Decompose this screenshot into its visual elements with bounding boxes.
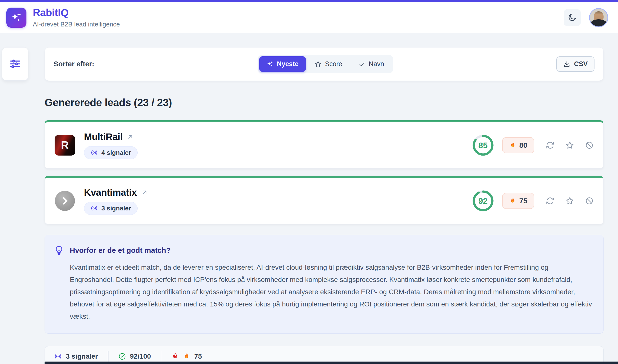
ban-icon <box>585 141 593 149</box>
sort-option-label: Score <box>325 60 342 68</box>
external-link-icon <box>127 133 134 141</box>
score-ring: 92 <box>472 190 494 212</box>
fire-icon <box>509 197 516 205</box>
star-icon <box>566 141 574 149</box>
brand-text: RabitIQ AI-drevet B2B lead intelligence <box>33 7 120 28</box>
sort-segmented-control: Nyeste Score Navn <box>258 55 393 73</box>
sort-option-navn[interactable]: Navn <box>351 56 391 72</box>
footer-score-stat: 92/100 <box>118 352 151 360</box>
company-name: Kvantimatix <box>84 187 137 198</box>
company-link[interactable]: MultiRail <box>84 131 138 142</box>
favorite-button[interactable] <box>564 195 575 207</box>
page-body: Sorter efter: Nyeste Scor <box>0 33 618 364</box>
logo-letter: R <box>61 139 69 151</box>
favorite-button[interactable] <box>564 140 575 151</box>
sliders-icon <box>8 57 22 71</box>
ban-icon <box>585 197 593 205</box>
score-value: 92 <box>472 190 494 212</box>
user-avatar[interactable] <box>589 8 608 27</box>
company-link[interactable]: Kvantimatix <box>84 187 148 198</box>
sort-option-nyeste[interactable]: Nyeste <box>259 56 306 72</box>
company-logo <box>55 191 75 211</box>
lightbulb-icon <box>54 245 64 323</box>
leads-heading: Genererede leads (23 / 23) <box>45 96 604 108</box>
footer-score-value: 92/100 <box>130 352 151 360</box>
footer-signals-value: 3 signaler <box>66 352 98 360</box>
block-button[interactable] <box>584 195 595 207</box>
fire-icon <box>509 142 516 149</box>
check-circle-icon <box>118 352 126 360</box>
csv-label: CSV <box>574 60 588 68</box>
sort-toolbar: Sorter efter: Nyeste Scor <box>45 47 604 81</box>
match-body-text: Kvantimatix er et ideelt match, da de le… <box>70 261 593 323</box>
heat-value: 75 <box>519 197 528 205</box>
app-title: RabitIQ <box>33 7 120 19</box>
company-name: MultiRail <box>84 131 123 142</box>
sort-label: Sorter efter: <box>54 60 94 68</box>
star-icon <box>566 197 574 205</box>
signals-label: 3 signaler <box>101 205 131 212</box>
external-link-icon <box>141 189 148 196</box>
block-button[interactable] <box>584 140 595 151</box>
sort-option-label: Nyeste <box>277 60 299 68</box>
sparkles-icon <box>267 61 273 68</box>
score-value: 85 <box>472 134 494 156</box>
signals-badge: 3 signaler <box>84 202 138 215</box>
theme-toggle-button[interactable] <box>564 9 581 26</box>
refresh-icon <box>546 197 554 205</box>
brand: RabitIQ AI-drevet B2B lead intelligence <box>6 7 120 28</box>
bottom-panel-edge <box>45 362 618 364</box>
heat-badge: 80 <box>502 137 534 153</box>
csv-export-button[interactable]: CSV <box>556 56 594 72</box>
moon-icon <box>567 13 577 22</box>
footer-heat-value: 75 <box>194 352 202 360</box>
sort-option-score[interactable]: Score <box>307 56 350 72</box>
signals-label: 4 signaler <box>101 149 131 156</box>
signal-icon <box>90 149 98 156</box>
footer-heat-stat: 75 <box>171 352 202 360</box>
star-icon <box>315 61 322 68</box>
refresh-icon <box>546 141 554 149</box>
app-subtitle: AI-drevet B2B lead intelligence <box>33 21 120 28</box>
score-ring: 85 <box>472 134 494 156</box>
signals-badge: 4 signaler <box>84 146 138 159</box>
lead-card-multirail: R MultiRail <box>45 120 604 169</box>
check-icon <box>359 61 365 68</box>
app-header: RabitIQ AI-drevet B2B lead intelligence <box>0 2 618 33</box>
refresh-button[interactable] <box>544 195 556 207</box>
sparkles-icon <box>11 12 22 24</box>
footer-signals-stat: 3 signaler <box>54 352 98 360</box>
app-logo <box>6 8 26 28</box>
lead-card-kvantimatix: Kvantimatix 3 si <box>45 176 604 224</box>
divider <box>161 351 161 362</box>
top-accent-bar <box>0 0 618 2</box>
company-logo: R <box>55 135 75 156</box>
chevron-right-icon <box>55 191 75 211</box>
heat-value: 80 <box>519 141 528 149</box>
fire-icon <box>183 353 190 360</box>
match-explanation-panel: Hvorfor er de et godt match? Kvantimatix… <box>45 235 604 334</box>
match-title: Hvorfor er de et godt match? <box>70 246 593 255</box>
flame-outline-icon <box>171 352 179 360</box>
sort-option-label: Navn <box>369 60 384 68</box>
filter-button[interactable] <box>2 47 28 81</box>
signal-icon <box>90 205 98 212</box>
refresh-button[interactable] <box>544 140 556 151</box>
divider <box>108 351 108 362</box>
heat-badge: 75 <box>502 193 534 209</box>
download-icon <box>563 61 570 68</box>
signal-icon <box>54 352 62 360</box>
